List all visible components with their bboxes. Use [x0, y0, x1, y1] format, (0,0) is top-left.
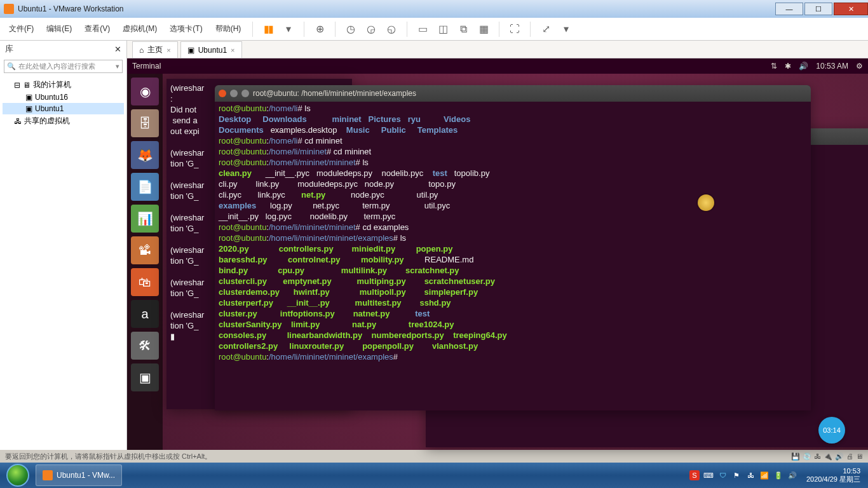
statusbar: 要返回到您的计算机，请将鼠标指针从虚拟机中移出或按 Ctrl+Alt。 💾 💿 …: [0, 450, 868, 463]
tray-keyboard-icon[interactable]: ⌨: [703, 470, 714, 480]
device-cd-icon[interactable]: 💿: [803, 452, 811, 461]
firefox-icon[interactable]: 🦊: [131, 141, 159, 169]
badge-text: 03:14: [823, 426, 841, 434]
network-icon[interactable]: ⇅: [771, 62, 777, 71]
taskbar-clock[interactable]: 10:53 2020/4/29 星期三: [806, 467, 860, 484]
term-fg-body[interactable]: root@ubuntu:/home/li# ls Desktop Downloa…: [215, 102, 811, 363]
tab-close-icon[interactable]: ×: [231, 46, 234, 54]
cursor-highlight: [698, 194, 714, 211]
tray-shield-icon[interactable]: 🛡: [717, 470, 728, 480]
shared-icon: 🖧: [14, 117, 22, 126]
menu-help[interactable]: 帮助(H): [212, 21, 245, 37]
window-titlebar: Ubuntu1 - VMware Workstation — ☐ ✕: [0, 0, 868, 18]
power-dropdown-icon[interactable]: ▾: [281, 22, 296, 37]
taskbar-item-label: Ubuntu1 - VMw...: [57, 471, 115, 480]
tray-battery-icon[interactable]: 🔋: [773, 470, 783, 480]
maximize-button[interactable]: ☐: [804, 3, 832, 15]
term-min-icon[interactable]: [230, 90, 238, 97]
term-close-icon[interactable]: [219, 90, 226, 97]
tray-wifi-icon[interactable]: 📶: [759, 470, 770, 480]
menu-tabs[interactable]: 选项卡(T): [166, 21, 206, 37]
recording-badge: 03:14: [818, 417, 845, 444]
clock-time: 10:53: [806, 467, 860, 475]
bluetooth-icon[interactable]: ✱: [785, 62, 791, 71]
tab-home[interactable]: ⌂主页×: [132, 41, 178, 58]
vmware-icon: [4, 4, 14, 14]
impress-icon[interactable]: 📽: [131, 236, 159, 264]
writer-icon[interactable]: 📄: [131, 173, 159, 201]
term-max-icon[interactable]: [241, 90, 249, 97]
files-icon[interactable]: 🗄: [131, 109, 159, 137]
device-net-icon[interactable]: 🖧: [814, 452, 821, 461]
search-icon: 🔍: [7, 62, 16, 71]
device-usb-icon[interactable]: 🔌: [824, 452, 832, 461]
search-input[interactable]: 🔍 在此处键入内容进行搜索 ▾: [4, 60, 123, 73]
fullscreen-icon[interactable]: ⛶: [507, 22, 522, 37]
tree-item-label: Ubuntu1: [35, 104, 64, 113]
ubuntu-app-title: Terminal: [132, 62, 161, 71]
vm-icon: ▣: [25, 104, 32, 113]
view-thumbnail-icon[interactable]: ▦: [476, 22, 491, 37]
menu-file[interactable]: 文件(F): [5, 21, 37, 37]
tab-close-icon[interactable]: ×: [166, 46, 170, 54]
snapshot-icon[interactable]: ◷: [343, 22, 358, 37]
clock-date: 2020/4/29 星期三: [806, 475, 860, 484]
taskbar-item-vmware[interactable]: Ubuntu1 - VMw...: [36, 464, 122, 486]
minimize-button[interactable]: —: [775, 3, 803, 15]
sound-icon[interactable]: 🔊: [799, 62, 808, 71]
device-disk-icon[interactable]: 💾: [791, 452, 800, 461]
tray-flag-icon[interactable]: ⚑: [731, 470, 742, 480]
tray-net-icon[interactable]: 🖧: [745, 470, 756, 480]
tab-vm-label: Ubuntu1: [198, 46, 227, 55]
search-placeholder: 在此处键入内容进行搜索: [18, 62, 95, 71]
terminal-window-fg[interactable]: root@ubuntu: /home/li/mininet/mininet/ex…: [215, 85, 811, 410]
menu-edit[interactable]: 编辑(E): [43, 21, 76, 37]
tree-item-ubuntu1[interactable]: ▣Ubuntu1: [3, 103, 124, 114]
view-unity-icon[interactable]: ⧉: [456, 22, 471, 37]
device-sound-icon[interactable]: 🔊: [835, 452, 844, 461]
search-dropdown-icon[interactable]: ▾: [116, 62, 119, 71]
vm-icon: ▣: [25, 93, 32, 102]
view-split-icon[interactable]: ◫: [435, 22, 451, 37]
amazon-icon[interactable]: a: [131, 300, 159, 328]
start-button[interactable]: [3, 463, 33, 488]
close-button[interactable]: ✕: [834, 3, 868, 15]
computer-icon: 🖥: [23, 81, 31, 90]
tab-vm[interactable]: ▣Ubuntu1×: [180, 41, 242, 58]
software-icon[interactable]: 🛍: [131, 268, 159, 296]
home-icon: ⌂: [139, 46, 144, 55]
terminal-icon[interactable]: ▣: [131, 363, 159, 391]
pause-icon[interactable]: ▮▮: [261, 22, 276, 37]
tree-root-label: 我的计算机: [33, 79, 71, 90]
stretch-icon[interactable]: ⤢: [538, 22, 553, 37]
stretch-dropdown-icon[interactable]: ▾: [559, 22, 574, 37]
revert-icon[interactable]: ◶: [363, 22, 379, 37]
tree-item-ubuntu16[interactable]: ▣Ubuntu16: [3, 92, 124, 103]
dash-icon[interactable]: ◉: [131, 78, 159, 105]
menu-view[interactable]: 查看(V): [81, 21, 114, 37]
menubar: 文件(F) 编辑(E) 查看(V) 虚拟机(M) 选项卡(T) 帮助(H) ▮▮…: [0, 18, 868, 41]
menu-vm[interactable]: 虚拟机(M): [119, 21, 161, 37]
send-ctrl-alt-del-icon[interactable]: ⊕: [312, 22, 327, 37]
settings-icon[interactable]: 🛠: [131, 332, 159, 360]
device-printer-icon[interactable]: 🖨: [846, 452, 853, 461]
tree-root[interactable]: ⊟🖥我的计算机: [3, 78, 124, 92]
vm-icon: ▣: [187, 46, 194, 55]
ubuntu-desktop: Terminal ⇅ ✱ 🔊 10:53 AM ⚙ ◉ 🗄 🦊 📄 📊: [127, 58, 868, 450]
tree-item-label: Ubuntu16: [35, 93, 68, 102]
windows-taskbar: Ubuntu1 - VMw... S ⌨ 🛡 ⚑ 🖧 📶 🔋 🔊 10:53 2…: [0, 463, 868, 488]
tray-sogou-icon[interactable]: S: [689, 470, 700, 480]
ubuntu-clock[interactable]: 10:53 AM: [816, 62, 848, 71]
window-title: Ubuntu1 - VMware Workstation: [18, 4, 124, 13]
gear-icon[interactable]: ⚙: [856, 62, 863, 71]
tree-shared[interactable]: 🖧共享的虚拟机: [3, 114, 124, 128]
manage-snapshots-icon[interactable]: ◵: [384, 22, 399, 37]
close-sidebar-icon[interactable]: ✕: [114, 44, 121, 54]
device-display-icon[interactable]: 🖥: [856, 452, 863, 461]
view-single-icon[interactable]: ▭: [415, 22, 430, 37]
calc-icon[interactable]: 📊: [131, 205, 159, 233]
tray-vol-icon[interactable]: 🔊: [787, 470, 797, 480]
tree-shared-label: 共享的虚拟机: [24, 116, 70, 126]
ubuntu-menubar: Terminal ⇅ ✱ 🔊 10:53 AM ⚙: [127, 58, 868, 74]
statusbar-text: 要返回到您的计算机，请将鼠标指针从虚拟机中移出或按 Ctrl+Alt。: [5, 452, 212, 461]
